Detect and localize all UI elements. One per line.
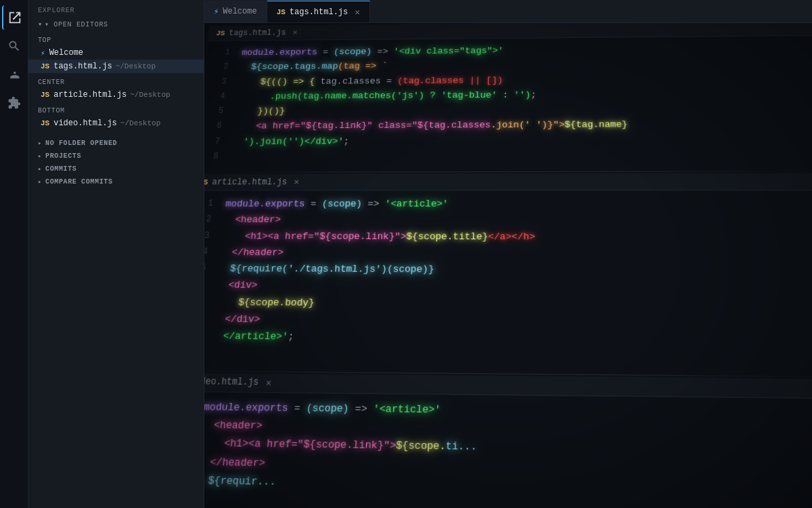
activity-git-icon[interactable] xyxy=(2,62,26,87)
tags-tab-label: tags.html.js xyxy=(290,7,348,17)
panel-close-article[interactable]: ✕ xyxy=(294,177,300,188)
code-panel-tags: JS tags.html.js ✕ 1 module.exports = (sc… xyxy=(204,23,812,171)
separator-1 xyxy=(204,171,812,173)
code-line: 6 <a href="${tag.link}" class="${tag.cla… xyxy=(204,117,812,134)
panel-header-article: JS article.html.js ✕ xyxy=(204,173,812,191)
projects-arrow: ▸ xyxy=(38,152,42,160)
tab-bar: ⚡ Welcome JS tags.html.js ✕ xyxy=(204,0,812,23)
sidebar-item-video[interactable]: JS video.html.js ~/Desktop xyxy=(28,117,204,130)
compare-commits-section[interactable]: ▸ COMPARE COMMITS xyxy=(28,175,204,188)
code-line: 5 ${require('./tags.html.js')(scope)} xyxy=(204,261,812,280)
sidebar-item-tags[interactable]: JS tags.html.js ~/Desktop xyxy=(28,60,204,73)
js-icon-tags: JS xyxy=(41,62,49,70)
sidebar-item-welcome[interactable]: ⚡ Welcome xyxy=(28,46,204,60)
video-filepath: ~/Desktop xyxy=(120,119,160,127)
activity-search-icon[interactable] xyxy=(2,34,26,58)
welcome-filename: Welcome xyxy=(49,48,83,58)
activity-explorer-icon[interactable] xyxy=(2,5,26,30)
code-line: 3 <h1><a href="${scope.link}">${scope.ti… xyxy=(204,228,812,246)
tags-filepath: ~/Desktop xyxy=(116,62,156,70)
code-panel-video: JS video.html.js ✕ 1 module.exports = (s… xyxy=(204,373,812,508)
code-lines-article: 1 module.exports = (scope) => '<article>… xyxy=(204,190,812,375)
panel-filename-tags: tags.html.js xyxy=(229,28,287,37)
panel-js-badge-article: JS xyxy=(204,178,208,186)
editor-perspective-wrap: JS tags.html.js ✕ 1 module.exports = (sc… xyxy=(204,23,812,508)
code-line: 7 ').join('')</div>'; xyxy=(204,132,812,150)
commits-section[interactable]: ▸ COMMITS xyxy=(28,163,204,175)
open-editors-section[interactable]: ▾ ▾ OPEN EDITORS xyxy=(28,17,204,31)
code-lines-tags: 1 module.exports = (scope) => '<div clas… xyxy=(204,36,812,171)
video-filename: video.html.js xyxy=(53,119,117,128)
js-icon-video: JS xyxy=(41,119,49,127)
code-line: 8 xyxy=(204,148,812,165)
sidebar-section-top: TOP xyxy=(28,31,204,46)
code-lines-video: 1 module.exports = (scope) => '<article>… xyxy=(204,391,812,508)
tags-filename: tags.html.js xyxy=(53,62,112,71)
code-line: 1 module.exports = (scope) => '<article>… xyxy=(204,196,812,213)
no-folder-section[interactable]: ▸ NO FOLDER OPENED xyxy=(28,137,204,150)
sidebar-section-center: CENTER xyxy=(28,73,204,88)
tags-tab-icon: JS xyxy=(277,8,286,16)
tab-welcome[interactable]: ⚡ Welcome xyxy=(204,1,267,22)
tags-tab-close[interactable]: ✕ xyxy=(355,7,360,18)
panel-close-video[interactable]: ✕ xyxy=(265,377,271,389)
projects-section[interactable]: ▸ PROJECTS xyxy=(28,150,204,163)
panel-js-badge-tags: JS xyxy=(216,29,225,37)
sidebar-item-article[interactable]: JS article.html.js ~/Desktop xyxy=(28,88,204,102)
main-editor: ⚡ Welcome JS tags.html.js ✕ JS tags.html… xyxy=(204,0,812,508)
article-filename: article.html.js xyxy=(53,90,127,100)
article-filepath: ~/Desktop xyxy=(130,91,170,99)
welcome-tab-label: Welcome xyxy=(223,7,256,16)
sidebar: EXPLORER ▾ ▾ OPEN EDITORS TOP ⚡ Welcome … xyxy=(28,0,204,508)
panel-filename-video: video.html.js xyxy=(204,377,259,388)
code-line: 2 <header> xyxy=(204,213,812,230)
commits-arrow: ▸ xyxy=(38,165,42,173)
code-line: 4 </header> xyxy=(204,245,812,263)
panel-close-tags[interactable]: ✕ xyxy=(292,28,298,37)
sidebar-section-bottom: BOTTOM xyxy=(28,102,204,117)
sidebar-title: EXPLORER xyxy=(28,3,204,17)
vscode-icon: ⚡ xyxy=(41,49,45,58)
tab-tags[interactable]: JS tags.html.js ✕ xyxy=(267,1,370,22)
compare-commits-arrow: ▸ xyxy=(38,178,42,186)
activity-bar xyxy=(0,0,28,508)
no-folder-arrow: ▸ xyxy=(38,140,42,147)
editor-area[interactable]: JS tags.html.js ✕ 1 module.exports = (sc… xyxy=(204,23,812,508)
welcome-tab-icon: ⚡ xyxy=(214,7,219,17)
code-panel-article: JS article.html.js ✕ 1 module.exports = … xyxy=(204,173,812,375)
activity-extensions-icon[interactable] xyxy=(2,91,26,115)
panel-filename-article: article.html.js xyxy=(212,177,288,187)
open-editors-arrow: ▾ xyxy=(38,20,43,28)
js-icon-article: JS xyxy=(41,91,49,99)
